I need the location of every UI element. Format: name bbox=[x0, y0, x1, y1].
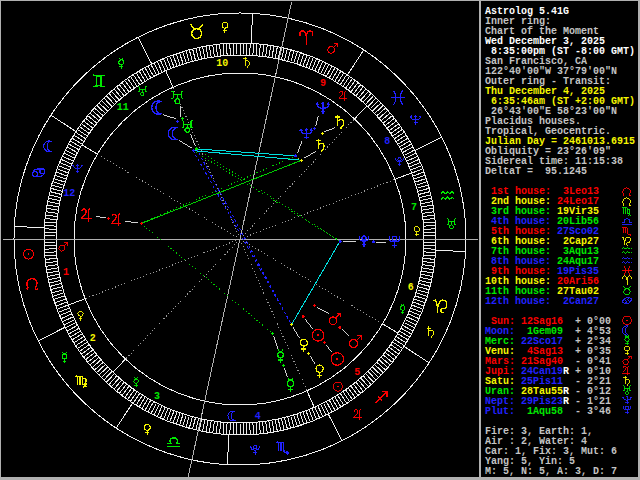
svg-text:1Aqu58: 1Aqu58 bbox=[521, 405, 563, 417]
svg-text:4: 4 bbox=[255, 411, 261, 422]
svg-text:7: 7 bbox=[411, 202, 417, 213]
svg-text:9: 9 bbox=[320, 78, 326, 89]
svg-text:3: 3 bbox=[154, 391, 160, 402]
svg-text:M: 5, N: 5, A: 3, D: 7: M: 5, N: 5, A: 3, D: 7 bbox=[485, 465, 617, 477]
svg-text:Plut:: Plut: bbox=[485, 405, 515, 417]
svg-text:6: 6 bbox=[408, 282, 414, 293]
svg-text:11: 11 bbox=[117, 102, 129, 113]
svg-text:10: 10 bbox=[216, 58, 228, 69]
svg-text:- 3°46: - 3°46 bbox=[575, 405, 611, 417]
svg-text:DeltaT = 95.1245: DeltaT = 95.1245 bbox=[485, 165, 587, 177]
svg-text:12: 12 bbox=[63, 188, 75, 199]
svg-text:R: R bbox=[563, 365, 570, 377]
svg-text:2: 2 bbox=[90, 333, 96, 344]
svg-text:8: 8 bbox=[384, 136, 390, 147]
svg-text:1: 1 bbox=[63, 267, 69, 278]
svg-text:R: R bbox=[563, 395, 570, 407]
svg-text:2Can27: 2Can27 bbox=[557, 295, 599, 307]
svg-text:12th house:: 12th house: bbox=[485, 295, 551, 307]
svg-text:5: 5 bbox=[354, 367, 360, 378]
